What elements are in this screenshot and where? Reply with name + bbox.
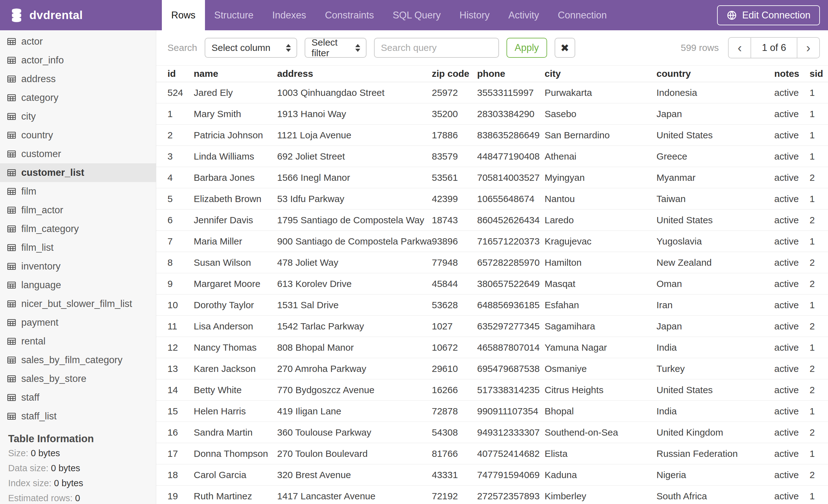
table-name: film	[21, 186, 36, 197]
cell-phone: 272572357893	[477, 486, 545, 504]
cell-country: Taiwan	[657, 188, 774, 210]
table-name: sales_by_store	[21, 373, 87, 384]
filter-select[interactable]: Select filter	[305, 38, 367, 58]
sidebar-item-rental[interactable]: rental	[0, 332, 156, 351]
column-header-country[interactable]: country	[657, 65, 774, 82]
table-grid-icon	[7, 356, 16, 364]
search-query-input[interactable]	[374, 38, 499, 58]
tab-rows[interactable]: Rows	[162, 0, 205, 30]
table-row[interactable]: 14Betty White770 Bydgoszcz Avenue1626651…	[156, 379, 828, 401]
table-row[interactable]: 3Linda Williams692 Joliet Street83579448…	[156, 146, 828, 167]
cell-notes: active	[774, 103, 810, 125]
table-row[interactable]: 11Lisa Anderson1542 Tarlac Parkway102763…	[156, 316, 828, 337]
table-grid-icon	[7, 375, 16, 382]
table-row[interactable]: 10Dorothy Taylor1531 Sal Drive5362864885…	[156, 294, 828, 316]
cell-zip-code: 18743	[432, 210, 477, 231]
sidebar-item-customer[interactable]: customer	[0, 145, 156, 163]
tab-activity[interactable]: Activity	[499, 0, 548, 30]
table-row[interactable]: 16Sandra Martin360 Toulouse Parkway54308…	[156, 422, 828, 443]
table-row[interactable]: 7Maria Miller900 Santiago de Compostela …	[156, 231, 828, 252]
table-row[interactable]: 2Patricia Johnson1121 Loja Avenue1788683…	[156, 125, 828, 146]
column-header-id[interactable]: id	[156, 65, 194, 82]
table-grid-icon	[7, 263, 16, 270]
table-row[interactable]: 12Nancy Thomas808 Bhopal Manor1067246588…	[156, 337, 828, 358]
cell-country: India	[657, 401, 774, 422]
cell-country: Russian Federation	[657, 443, 774, 464]
tab-sql-query[interactable]: SQL Query	[383, 0, 450, 30]
table-row[interactable]: 4Barbara Jones1566 Inegl Manor5356170581…	[156, 167, 828, 188]
sidebar-item-category[interactable]: category	[0, 88, 156, 107]
table-grid-icon	[7, 132, 16, 139]
table-row[interactable]: 17Donna Thompson270 Toulon Boulevard8176…	[156, 443, 828, 464]
cell-country: Nigeria	[657, 464, 774, 486]
table-row[interactable]: 524Jared Ely1003 Qinhuangdao Street25972…	[156, 82, 828, 103]
column-header-notes[interactable]: notes	[774, 65, 810, 82]
next-page-button[interactable]: ›	[797, 38, 819, 58]
table-name: customer	[21, 148, 61, 159]
sidebar-item-staff[interactable]: staff	[0, 388, 156, 407]
table-row[interactable]: 19Ruth Martinez1417 Lancaster Avenue7219…	[156, 486, 828, 504]
column-header-city[interactable]: city	[545, 65, 657, 82]
pagination: ‹ 1 of 6 ›	[728, 37, 820, 58]
cell-address: 270 Amroha Parkway	[277, 358, 432, 379]
edit-connection-button[interactable]: Edit Connection	[717, 5, 820, 25]
table-name: rental	[21, 336, 46, 347]
database-icon	[10, 8, 23, 22]
sidebar-item-customer_list[interactable]: customer_list	[0, 163, 156, 182]
column-select[interactable]: Select column	[205, 38, 297, 58]
sidebar-item-payment[interactable]: payment	[0, 313, 156, 332]
table-row[interactable]: 1Mary Smith1913 Hanoi Way352002830338429…	[156, 103, 828, 125]
table-information: Table Information Size: 0 bytesData size…	[0, 426, 156, 504]
sidebar-item-nicer_but_slower_film_list[interactable]: nicer_but_slower_film_list	[0, 294, 156, 313]
sidebar-item-city[interactable]: city	[0, 107, 156, 126]
sidebar-item-sales_by_film_category[interactable]: sales_by_film_category	[0, 351, 156, 369]
app-body: actoractor_infoaddresscategorycitycountr…	[0, 30, 828, 504]
clear-search-button[interactable]: ✖	[554, 38, 575, 58]
sidebar-item-staff_list[interactable]: staff_list	[0, 407, 156, 426]
cell-phone: 705814003527	[477, 167, 545, 188]
sidebar-item-country[interactable]: country	[0, 126, 156, 145]
sidebar-item-actor[interactable]: actor	[0, 32, 156, 51]
cell-notes: active	[774, 358, 810, 379]
table-row[interactable]: 9Margaret Moore613 Korolev Drive45844380…	[156, 273, 828, 294]
sidebar-item-film_category[interactable]: film_category	[0, 220, 156, 238]
sidebar-item-sales_by_store[interactable]: sales_by_store	[0, 369, 156, 388]
cell-id: 3	[156, 146, 194, 167]
tab-indexes[interactable]: Indexes	[263, 0, 316, 30]
apply-button[interactable]: Apply	[506, 38, 547, 58]
sidebar-item-film_list[interactable]: film_list	[0, 238, 156, 257]
cell-country: United States	[657, 210, 774, 231]
column-header-name[interactable]: name	[194, 65, 277, 82]
info-stat: Data size: 0 bytes	[8, 461, 156, 475]
column-header-sid[interactable]: sid	[810, 65, 828, 82]
sidebar-item-language[interactable]: language	[0, 276, 156, 294]
column-header-zip-code[interactable]: zip code	[432, 65, 477, 82]
cell-city: Nantou	[545, 188, 657, 210]
table-grid-icon	[7, 113, 16, 120]
sidebar-item-film_actor[interactable]: film_actor	[0, 201, 156, 220]
cell-notes: active	[774, 125, 810, 146]
tab-structure[interactable]: Structure	[205, 0, 263, 30]
column-header-address[interactable]: address	[277, 65, 432, 82]
tab-connection[interactable]: Connection	[548, 0, 616, 30]
table-row[interactable]: 18Carol Garcia320 Brest Avenue4333174779…	[156, 464, 828, 486]
sidebar-item-film[interactable]: film	[0, 182, 156, 201]
table-row[interactable]: 5Elizabeth Brown53 Idfu Parkway423991065…	[156, 188, 828, 210]
column-header-phone[interactable]: phone	[477, 65, 545, 82]
cell-sid: 1	[810, 188, 828, 210]
cell-sid: 2	[810, 167, 828, 188]
sidebar-item-address[interactable]: address	[0, 70, 156, 88]
prev-page-button[interactable]: ‹	[729, 38, 750, 58]
sidebar-item-actor_info[interactable]: actor_info	[0, 51, 156, 70]
table-name: city	[21, 111, 36, 122]
sidebar-item-inventory[interactable]: inventory	[0, 257, 156, 276]
table-row[interactable]: 8Susan Wilson478 Joliet Way7794865728228…	[156, 252, 828, 273]
cell-address: 478 Joliet Way	[277, 252, 432, 273]
tab-constraints[interactable]: Constraints	[316, 0, 383, 30]
table-row[interactable]: 15Helen Harris419 Iligan Lane72878990911…	[156, 401, 828, 422]
table-row[interactable]: 13Karen Jackson270 Amroha Parkway2961069…	[156, 358, 828, 379]
table-grid-icon	[7, 75, 16, 83]
table-row[interactable]: 6Jennifer Davis1795 Santiago de Composte…	[156, 210, 828, 231]
cell-name: Sandra Martin	[194, 422, 277, 443]
tab-history[interactable]: History	[450, 0, 499, 30]
